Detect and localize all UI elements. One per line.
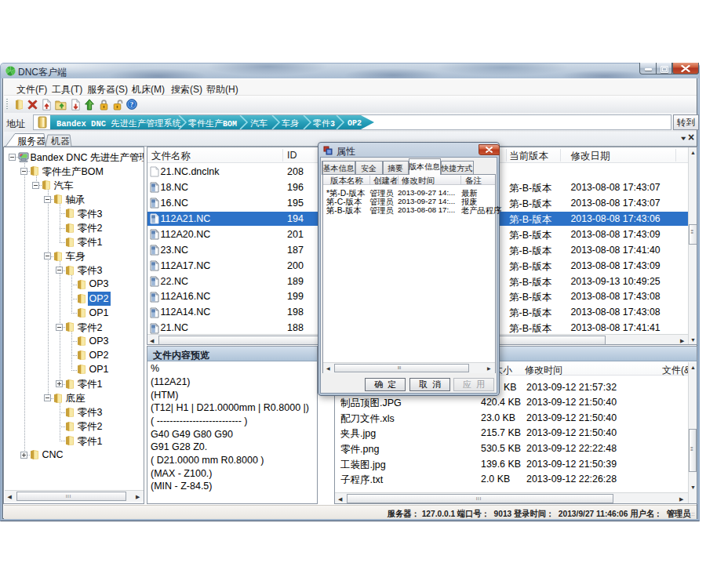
svg-text:?: ?: [130, 100, 133, 108]
